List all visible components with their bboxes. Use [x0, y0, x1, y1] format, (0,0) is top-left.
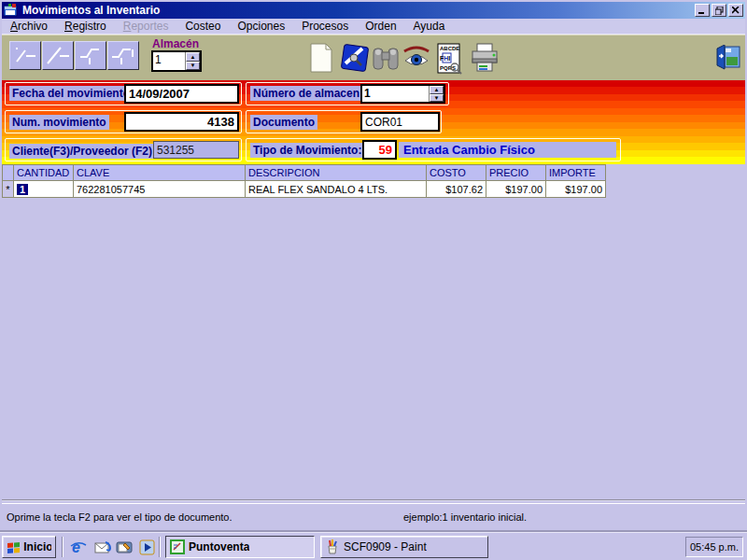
- menu-orden[interactable]: Orden: [357, 19, 404, 34]
- header-clave[interactable]: CLAVE: [74, 164, 246, 181]
- fecha-input[interactable]: 14/09/2007: [124, 84, 239, 104]
- nav-previous-button[interactable]: [42, 41, 74, 70]
- cell-costo[interactable]: $107.62: [427, 181, 486, 198]
- start-button[interactable]: Inicio: [2, 536, 56, 558]
- row-marker: *: [2, 181, 14, 198]
- menu-reportes: Reportes: [115, 19, 177, 34]
- cliente-label: Cliente(F3)/Proveedor (F2): [9, 144, 155, 159]
- cell-cantidad[interactable]: 1: [14, 181, 74, 198]
- header-descripcion[interactable]: DESCRIPCION: [246, 164, 427, 181]
- app-icon: [4, 4, 19, 17]
- menu-registro[interactable]: Registro: [56, 19, 115, 34]
- font-zoom-button[interactable]: ABCDE FHI PQRS: [437, 43, 462, 78]
- header-importe[interactable]: IMPORTE: [546, 164, 606, 181]
- numero-almacen-value: 1: [362, 86, 429, 102]
- cell-precio[interactable]: $197.00: [486, 181, 546, 198]
- header-precio[interactable]: PRECIO: [486, 164, 546, 181]
- grid-row[interactable]: * 1 762281057745 REAL FLEX SANDALO 4 LTS…: [2, 181, 606, 198]
- almacen-label: Almacén: [152, 37, 199, 50]
- num-movimiento-panel: Num. movimiento 4138: [5, 110, 242, 133]
- svg-text:e: e: [72, 539, 80, 555]
- almacen-spin-arrows: ▲ ▼: [185, 52, 200, 70]
- system-tray-clock[interactable]: 05:45 p.m.: [685, 537, 743, 557]
- menu-opciones[interactable]: Opciones: [229, 19, 293, 34]
- eye-icon: [402, 43, 431, 73]
- internet-explorer-launcher[interactable]: e: [69, 538, 88, 556]
- taskbar-button-label: Puntoventa: [189, 540, 249, 553]
- windows-logo-icon: [7, 541, 20, 553]
- window-title: Movimientos al Inventario: [22, 4, 693, 17]
- menu-ayuda[interactable]: Ayuda: [405, 19, 454, 34]
- status-example-text: ejemplo:1 inventario inicial.: [403, 511, 527, 523]
- close-button[interactable]: [728, 4, 743, 17]
- show-desktop-icon: [116, 539, 133, 554]
- exit-door-icon: [713, 45, 741, 71]
- almacen-spinner[interactable]: 1 ▲ ▼: [151, 50, 202, 72]
- outlook-express-icon: [93, 539, 111, 555]
- cell-descripcion[interactable]: REAL FLEX SANDALO 4 LTS.: [246, 181, 427, 198]
- barcode-font-icon: ABCDE FHI PQRS: [437, 43, 462, 75]
- spin-up-icon[interactable]: ▲: [430, 86, 444, 94]
- status-message: Oprime la tecla F2 para ver el tipo de d…: [7, 511, 233, 523]
- taskbar-separator: [159, 537, 161, 557]
- numero-almacen-spinner[interactable]: 1 ▲ ▼: [360, 84, 445, 104]
- nav-last-button[interactable]: [107, 41, 139, 70]
- search-catalog-button[interactable]: [340, 43, 370, 77]
- taskbar-button-paint[interactable]: SCF0909 - Paint: [320, 536, 488, 558]
- tipo-code[interactable]: 59: [362, 140, 397, 160]
- spin-up-icon[interactable]: ▲: [186, 52, 200, 62]
- items-grid: CANTIDAD CLAVE DESCRIPCION COSTO PRECIO …: [2, 164, 606, 198]
- taskbar-button-puntoventa[interactable]: Puntoventa: [165, 536, 315, 558]
- nav-next-icon: [76, 42, 106, 69]
- paint-icon: [325, 539, 340, 554]
- exit-button[interactable]: [713, 45, 741, 75]
- show-desktop-launcher[interactable]: [115, 538, 134, 556]
- form-row-3: Cliente(F3)/Proveedor (F2) 531255 Tipo d…: [2, 136, 745, 164]
- cliente-panel: Cliente(F3)/Proveedor (F2) 531255: [5, 138, 242, 161]
- numero-almacen-label: Número de almacen: [250, 86, 362, 101]
- outlook-express-launcher[interactable]: [92, 538, 111, 556]
- nav-next-button[interactable]: [75, 41, 106, 70]
- menu-archivo[interactable]: Archivo: [2, 19, 56, 34]
- find-button[interactable]: [372, 43, 400, 77]
- title-bar[interactable]: Movimientos al Inventario: [2, 2, 745, 19]
- form-area: Fecha del movimiento 14/09/2007 Número d…: [2, 80, 745, 164]
- svg-text:FHI: FHI: [440, 55, 450, 62]
- minimize-button[interactable]: [695, 4, 710, 17]
- num-movimiento-input[interactable]: 4138: [124, 112, 239, 132]
- view-channels-icon: [139, 539, 155, 555]
- view-button[interactable]: [402, 43, 431, 77]
- numero-almacen-arrows: ▲ ▼: [429, 86, 444, 102]
- taskbar-separator: [62, 537, 63, 557]
- new-document-icon: [310, 43, 333, 73]
- almacen-value: 1: [153, 52, 185, 70]
- cell-importe[interactable]: $197.00: [546, 181, 606, 198]
- header-cantidad[interactable]: CANTIDAD: [14, 164, 74, 181]
- clock-text: 05:45 p.m.: [690, 541, 739, 553]
- status-bar: Oprime la tecla F2 para ver el tipo de d…: [2, 503, 745, 528]
- view-channels-launcher[interactable]: [137, 538, 156, 556]
- binoculars-icon: [372, 43, 400, 73]
- puntoventa-icon: [170, 539, 185, 554]
- client-area: [2, 164, 740, 484]
- cliente-input[interactable]: 531255: [153, 141, 239, 159]
- nav-previous-icon: [43, 42, 73, 69]
- search-catalog-icon: [340, 43, 370, 73]
- documento-input[interactable]: COR01: [360, 112, 440, 132]
- nav-last-icon: [108, 42, 138, 69]
- num-movimiento-label: Num. movimiento: [9, 115, 109, 130]
- cell-clave[interactable]: 762281057745: [74, 181, 246, 198]
- nav-first-button[interactable]: [9, 41, 41, 70]
- print-button[interactable]: [471, 43, 499, 77]
- internet-explorer-icon: e: [70, 539, 87, 555]
- spin-down-icon[interactable]: ▼: [186, 62, 200, 71]
- numero-almacen-panel: Número de almacen 1 ▲ ▼: [246, 82, 449, 105]
- menu-procesos[interactable]: Procesos: [293, 19, 357, 34]
- menu-costeo[interactable]: Costeo: [176, 19, 229, 34]
- new-document-button[interactable]: [310, 43, 333, 77]
- header-costo[interactable]: COSTO: [427, 164, 486, 181]
- start-label: Inicio: [23, 540, 51, 553]
- spin-down-icon[interactable]: ▼: [430, 94, 444, 103]
- svg-text:ABCDE: ABCDE: [440, 46, 459, 51]
- restore-button[interactable]: [712, 4, 726, 17]
